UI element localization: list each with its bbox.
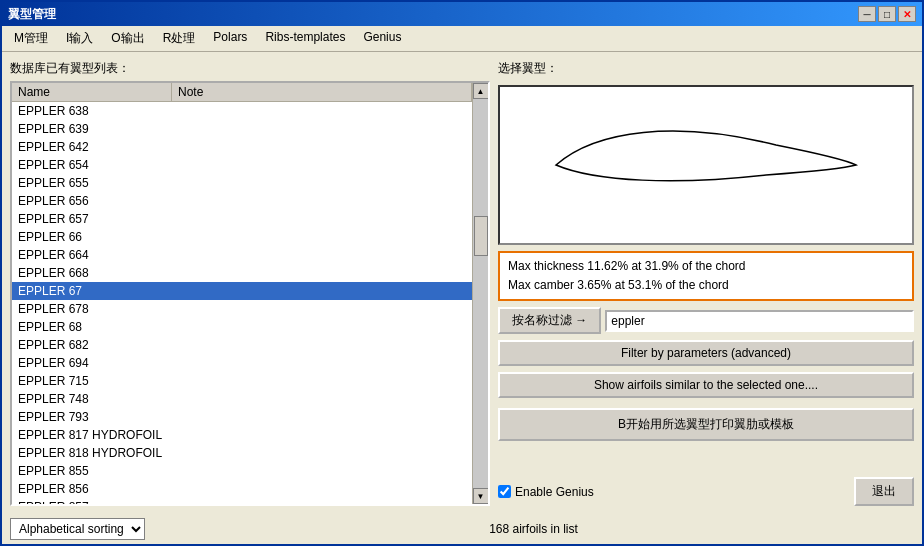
airfoil-name-cell: EPPLER 642 [12,139,172,155]
menu-item-i--[interactable]: I输入 [58,28,101,49]
filter-row: 按名称过滤 → [498,307,914,334]
table-row[interactable]: EPPLER 793 [12,408,472,426]
filter-advanced-button[interactable]: Filter by parameters (advanced) [498,340,914,366]
filter-input[interactable] [605,310,914,332]
left-panel: 数据库已有翼型列表： Name Note EPPLER 638EPPLER 63… [10,60,490,506]
table-row[interactable]: EPPLER 694 [12,354,472,372]
table-row[interactable]: EPPLER 668 [12,264,472,282]
table-row[interactable]: EPPLER 654 [12,156,472,174]
airfoil-note-cell [172,481,472,497]
airfoil-note-cell [172,283,472,299]
right-panel: 选择翼型： Max thickness 11.62% at 31.9% of t… [498,60,914,506]
airfoil-note-cell [172,337,472,353]
list-header: Name Note [12,83,472,102]
airfoil-name-cell: EPPLER 638 [12,103,172,119]
airfoil-note-cell [172,247,472,263]
scroll-up-button[interactable]: ▲ [473,83,489,99]
airfoil-name-cell: EPPLER 855 [12,463,172,479]
content-area: 数据库已有翼型列表： Name Note EPPLER 638EPPLER 63… [2,52,922,514]
exit-button[interactable]: 退出 [854,477,914,506]
table-row[interactable]: EPPLER 855 [12,462,472,480]
table-row[interactable]: EPPLER 655 [12,174,472,192]
table-row[interactable]: EPPLER 664 [12,246,472,264]
list-scrollbar[interactable]: ▲ ▼ [472,83,488,504]
table-row[interactable]: EPPLER 656 [12,192,472,210]
window-title: 翼型管理 [8,6,56,23]
table-row[interactable]: EPPLER 639 [12,120,472,138]
sort-select[interactable]: Alphabetical sorting [10,518,145,540]
airfoil-note-cell [172,211,472,227]
table-row[interactable]: EPPLER 68 [12,318,472,336]
maximize-button[interactable]: □ [878,6,896,22]
menu-item-genius[interactable]: Genius [355,28,409,49]
airfoil-name-cell: EPPLER 655 [12,175,172,191]
airfoil-name-cell: EPPLER 682 [12,337,172,353]
airfoil-name-cell: EPPLER 857 [12,499,172,504]
note-column-header: Note [172,83,472,101]
airfoil-svg [536,100,876,230]
airfoil-note-cell [172,139,472,155]
scroll-track[interactable] [473,99,488,488]
airfoil-name-cell: EPPLER 817 HYDROFOIL [12,427,172,443]
info-line2: Max camber 3.65% at 53.1% of the chord [508,276,904,295]
airfoil-note-cell [172,175,472,191]
table-row[interactable]: EPPLER 66 [12,228,472,246]
airfoil-name-cell: EPPLER 748 [12,391,172,407]
table-row[interactable]: EPPLER 67 [12,282,472,300]
table-row[interactable]: EPPLER 657 [12,210,472,228]
airfoil-name-cell: EPPLER 668 [12,265,172,281]
airfoil-info-box: Max thickness 11.62% at 31.9% of the cho… [498,251,914,301]
table-row[interactable]: EPPLER 817 HYDROFOIL [12,426,472,444]
airfoil-note-cell [172,409,472,425]
title-bar: 翼型管理 ─ □ ✕ [2,2,922,26]
enable-genius-label: Enable Genius [515,485,594,499]
airfoil-name-cell: EPPLER 856 [12,481,172,497]
airfoil-name-cell: EPPLER 66 [12,229,172,245]
airfoil-name-cell: EPPLER 664 [12,247,172,263]
table-row[interactable]: EPPLER 856 [12,480,472,498]
similar-airfoils-button[interactable]: Show airfoils similar to the selected on… [498,372,914,398]
enable-genius-checkbox-row: Enable Genius [498,485,594,499]
table-row[interactable]: EPPLER 678 [12,300,472,318]
airfoil-note-cell [172,103,472,119]
airfoil-note-cell [172,193,472,209]
menu-item-ribs-templates[interactable]: Ribs-templates [257,28,353,49]
close-button[interactable]: ✕ [898,6,916,22]
table-row[interactable]: EPPLER 642 [12,138,472,156]
menu-item-polars[interactable]: Polars [205,28,255,49]
minimize-button[interactable]: ─ [858,6,876,22]
info-line1: Max thickness 11.62% at 31.9% of the cho… [508,257,904,276]
menu-item-r--[interactable]: R处理 [155,28,204,49]
airfoil-note-cell [172,301,472,317]
print-ribs-button[interactable]: B开始用所选翼型打印翼肋或模板 [498,408,914,441]
table-row[interactable]: EPPLER 638 [12,102,472,120]
airfoil-name-cell: EPPLER 67 [12,283,172,299]
table-row[interactable]: EPPLER 715 [12,372,472,390]
table-row[interactable]: EPPLER 857 [12,498,472,504]
table-row[interactable]: EPPLER 748 [12,390,472,408]
airfoil-count: 168 airfoils in list [153,522,914,536]
scroll-thumb[interactable] [474,216,488,256]
filter-by-name-button[interactable]: 按名称过滤 → [498,307,601,334]
table-row[interactable]: EPPLER 682 [12,336,472,354]
table-row[interactable]: EPPLER 818 HYDROFOIL [12,444,472,462]
enable-genius-checkbox[interactable] [498,485,511,498]
menu-bar: M管理I输入O输出R处理PolarsRibs-templatesGenius [2,26,922,52]
title-bar-controls: ─ □ ✕ [858,6,916,22]
airfoil-name-cell: EPPLER 694 [12,355,172,371]
airfoil-name-cell: EPPLER 68 [12,319,172,335]
scroll-down-button[interactable]: ▼ [473,488,489,504]
airfoil-list[interactable]: Name Note EPPLER 638EPPLER 639EPPLER 642… [12,83,472,504]
airfoil-note-cell [172,265,472,281]
menu-item-o--[interactable]: O输出 [103,28,152,49]
airfoil-note-cell [172,157,472,173]
airfoil-note-cell [172,445,472,461]
airfoil-note-cell [172,319,472,335]
airfoil-name-cell: EPPLER 639 [12,121,172,137]
name-column-header: Name [12,83,172,101]
airfoil-name-cell: EPPLER 678 [12,301,172,317]
menu-item-m--[interactable]: M管理 [6,28,56,49]
airfoil-note-cell [172,391,472,407]
airfoil-note-cell [172,229,472,245]
airfoil-note-cell [172,427,472,443]
